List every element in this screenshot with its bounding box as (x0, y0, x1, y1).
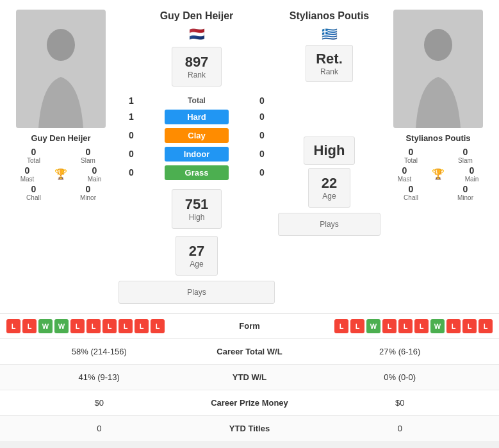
player1-high-box: 751 High (172, 189, 222, 229)
player1-slam-value: 0 (74, 147, 102, 157)
player2-age-label: Age (322, 192, 337, 201)
player2-main-cell: 0 Main (457, 165, 486, 183)
player2-rank-box: Ret. Rank (306, 45, 353, 82)
player2-main-label: Main (457, 176, 486, 183)
player1-plays-box: Plays (119, 281, 275, 304)
player1-flag: 🇳🇱 (189, 26, 205, 42)
player2-mast-cell: 0 Mast (390, 165, 419, 183)
svg-point-0 (47, 29, 75, 61)
player1-high-value: 751 (185, 196, 209, 213)
player1-slam-cell: 0 Slam (74, 147, 102, 164)
hard-left: 1 (119, 112, 144, 122)
indoor-btn[interactable]: Indoor (165, 147, 229, 162)
form-badge-l: L (382, 319, 397, 333)
player2-plays-label: Plays (285, 220, 373, 229)
player2-card: Stylianos Poutis 0 Total 0 Slam 0 Mast (384, 10, 493, 304)
surface-rows: 1 Total 0 1 Hard 0 0 Clay (119, 94, 275, 182)
player1-mast-label: Mast (13, 176, 42, 183)
form-badge-l: L (462, 319, 477, 333)
form-badge-l: L (350, 319, 364, 333)
form-badge-l: L (102, 319, 117, 333)
player2-age-value: 22 (322, 175, 337, 192)
form-badge-l: L (6, 319, 20, 333)
grass-btn[interactable]: Grass (165, 165, 229, 180)
prize-right: $0 (307, 398, 493, 408)
grass-row: 0 Grass 0 (119, 163, 275, 182)
main-container: Guy Den Heijer 0 Total 0 Slam 0 Mast (0, 0, 499, 441)
form-badge-l: L (151, 319, 165, 333)
player1-total-slam-row: 0 Total 0 Slam (6, 147, 115, 164)
player1-avatar (16, 10, 106, 128)
player1-name: Guy Den Heijer (31, 133, 90, 143)
form-badge-w: W (38, 319, 53, 333)
player1-mast-cell: 0 Mast (13, 165, 42, 183)
player2-rank-value: Ret. (316, 51, 343, 67)
player2-minor-cell: 0 Minor (451, 184, 480, 201)
form-badge-l: L (479, 319, 493, 333)
ytd-wl-row: 41% (9-13) YTD W/L 0% (0-0) (0, 364, 499, 390)
player2-slam-value: 0 (451, 147, 480, 157)
form-badge-l: L (446, 319, 461, 333)
player1-total-value: 0 (19, 147, 48, 157)
player2-rank-label: Rank (316, 67, 343, 76)
player2-high-box: High (304, 137, 356, 165)
grass-left: 0 (119, 167, 144, 178)
player1-trophy-icon: 🏆 (54, 168, 67, 180)
hard-row: 1 Hard 0 (119, 108, 275, 126)
titles-right: 0 (307, 424, 493, 433)
form-badge-l: L (135, 319, 149, 333)
form-badge-l: L (334, 319, 348, 333)
indoor-row: 0 Indoor 0 (119, 145, 275, 163)
indoor-left: 0 (119, 149, 144, 159)
player2-main-value: 0 (457, 165, 486, 176)
clay-row: 0 Clay 0 (119, 126, 275, 145)
player2-chall-value: 0 (397, 184, 425, 194)
player1-high-label: High (185, 213, 209, 222)
ytd-wl-right: 0% (0-0) (307, 372, 493, 382)
player2-silhouette (406, 26, 470, 128)
player1-chall-cell: 0 Chall (19, 184, 48, 201)
stats-rows: 58% (214-156) Career Total W/L 27% (6-16… (0, 338, 499, 441)
total-row: 1 Total 0 (119, 94, 275, 108)
player2-chall-minor-row: 0 Chall 0 Minor (384, 184, 493, 201)
clay-right: 0 (249, 130, 275, 140)
player2-chall-label: Chall (397, 194, 425, 201)
player2-flag: 🇬🇷 (322, 26, 338, 42)
form-badge-l: L (119, 319, 133, 333)
ytd-wl-left: 41% (9-13) (6, 372, 192, 382)
player1-name-top: Guy Den Heijer (160, 10, 234, 23)
total-label: Total (188, 96, 206, 105)
career-wl-left: 58% (214-156) (6, 347, 192, 356)
clay-btn[interactable]: Clay (165, 128, 229, 143)
player1-age-label: Age (189, 260, 204, 269)
hard-right: 0 (249, 112, 275, 122)
indoor-label-cell: Indoor (144, 147, 249, 162)
form-badge-l: L (86, 319, 101, 333)
player1-minor-label: Minor (74, 194, 102, 201)
player1-plays-label: Plays (126, 288, 268, 297)
player1-chall-value: 0 (19, 184, 48, 194)
career-wl-row: 58% (214-156) Career Total W/L 27% (6-16… (0, 338, 499, 364)
form-badge-l: L (70, 319, 85, 333)
form-badge-w: W (54, 319, 69, 333)
form-badge-l: L (22, 319, 37, 333)
player2-mast-value: 0 (390, 165, 419, 176)
player2-chall-cell: 0 Chall (397, 184, 425, 201)
hard-btn[interactable]: Hard (165, 110, 229, 124)
titles-left: 0 (6, 424, 192, 433)
titles-label: YTD Titles (192, 424, 307, 433)
player1-card: Guy Den Heijer 0 Total 0 Slam 0 Mast (6, 10, 115, 304)
player1-total-cell: 0 Total (19, 147, 48, 164)
grass-label-cell: Grass (144, 165, 249, 180)
player1-main-label: Main (80, 176, 109, 183)
player2-minor-label: Minor (451, 194, 480, 201)
form-badge-w: W (366, 319, 380, 333)
player2-avatar (393, 10, 483, 128)
player1-main-value: 0 (80, 165, 109, 176)
grass-right: 0 (249, 167, 275, 178)
clay-label-cell: Clay (144, 128, 249, 143)
player2-name-top: Stylianos Poutis (290, 10, 369, 23)
player1-chall-label: Chall (19, 194, 48, 201)
form-badge-l: L (398, 319, 413, 333)
form-badge-l: L (414, 319, 429, 333)
